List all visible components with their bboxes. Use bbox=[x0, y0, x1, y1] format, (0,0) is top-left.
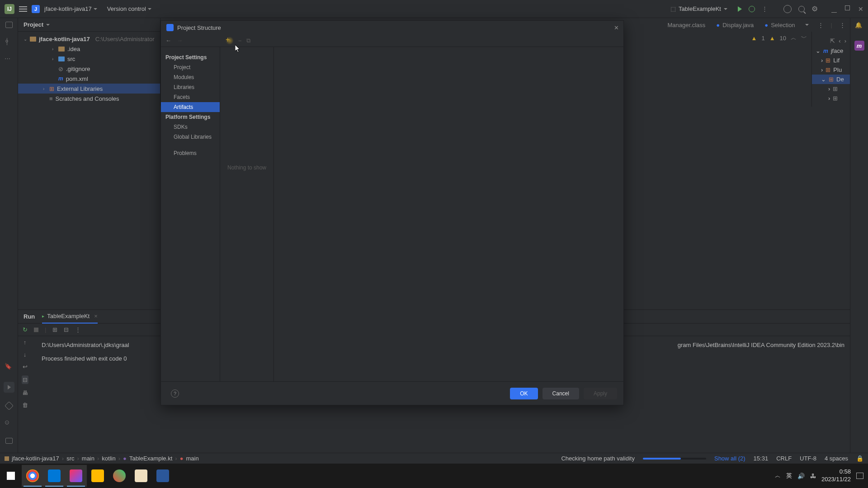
settings-icon[interactable]: ⚙ bbox=[811, 5, 818, 13]
cancel-button[interactable]: Cancel bbox=[542, 388, 579, 399]
sidebar-item-libraries[interactable]: Libraries bbox=[161, 82, 220, 92]
struct-item[interactable]: ›⊞ bbox=[812, 84, 850, 94]
close-icon[interactable]: ✕ bbox=[614, 24, 619, 31]
print-button[interactable]: 🖶 bbox=[22, 389, 28, 396]
taskbar-chrome[interactable] bbox=[22, 465, 43, 487]
taskbar-explorer[interactable] bbox=[87, 465, 108, 487]
project-tree[interactable]: ⌄ jface-kotlin-java17 C:\Users\Administr… bbox=[18, 32, 160, 106]
struct-item[interactable]: ›⊞Plu bbox=[812, 65, 850, 75]
progress-bar[interactable] bbox=[643, 458, 706, 460]
breadcrumb[interactable]: jface-kotlin-java17› src› main› kotlin› … bbox=[5, 455, 199, 462]
inspection-widget[interactable]: ▲1 ▲10 ︿ ﹀ bbox=[751, 34, 807, 42]
taskbar-app[interactable] bbox=[130, 465, 152, 487]
search-icon[interactable] bbox=[798, 6, 805, 12]
exit-button[interactable]: ⊟ bbox=[64, 326, 69, 333]
structure-tool-icon[interactable]: ⋯ bbox=[5, 55, 14, 64]
maximize-button[interactable] bbox=[845, 5, 850, 10]
up-icon[interactable]: ︿ bbox=[791, 34, 797, 42]
up-button[interactable]: ↑ bbox=[24, 339, 27, 346]
scroll-button[interactable]: ⊟ bbox=[22, 375, 28, 384]
taskbar-app[interactable] bbox=[152, 465, 174, 487]
run-button[interactable] bbox=[738, 6, 742, 12]
struct-item[interactable]: ›⊞Lif bbox=[812, 56, 850, 65]
sidebar-item-sdks[interactable]: SDKs bbox=[161, 122, 220, 132]
tree-item-scratches[interactable]: ≡Scratches and Consoles bbox=[18, 94, 160, 103]
struct-item[interactable]: ›⊞ bbox=[812, 94, 850, 103]
ok-button[interactable]: OK bbox=[510, 388, 538, 399]
editor-tab[interactable]: ●Selection bbox=[759, 18, 800, 32]
tree-item[interactable]: mpom.xml bbox=[18, 74, 160, 84]
indent-indicator[interactable]: 4 spaces bbox=[825, 455, 848, 462]
copy-button[interactable]: ⧉ bbox=[246, 37, 250, 44]
clear-button[interactable]: 🗑 bbox=[22, 402, 28, 408]
project-dropdown[interactable]: jface-kotlin-java17 bbox=[44, 5, 97, 12]
more-button[interactable]: ⋮ bbox=[75, 326, 81, 333]
wrap-button[interactable]: ↩ bbox=[23, 363, 28, 370]
sidebar-item-artifacts[interactable]: Artifacts bbox=[161, 102, 220, 112]
more-actions-button[interactable]: ⋮ bbox=[762, 5, 768, 12]
services-tool-icon[interactable] bbox=[5, 401, 14, 410]
tray-volume-icon[interactable]: 🔊 bbox=[797, 473, 805, 479]
sidebar-item-problems[interactable]: Problems bbox=[161, 148, 220, 158]
tree-item[interactable]: ⊘.gitignore bbox=[18, 64, 160, 74]
editor-tab[interactable]: Manager.class bbox=[662, 18, 711, 32]
help-button[interactable]: ? bbox=[171, 389, 179, 398]
stop-button[interactable] bbox=[34, 328, 38, 332]
sidebar-item-facets[interactable]: Facets bbox=[161, 92, 220, 102]
tree-root[interactable]: ⌄ jface-kotlin-java17 C:\Users\Administr… bbox=[18, 34, 160, 44]
chevron-down-icon[interactable] bbox=[805, 24, 809, 26]
next-icon[interactable]: › bbox=[844, 38, 846, 44]
add-artifact-button[interactable] bbox=[226, 37, 234, 45]
down-button[interactable]: ↓ bbox=[24, 351, 27, 358]
run-tool-icon[interactable] bbox=[4, 382, 14, 393]
taskbar-intellij[interactable] bbox=[65, 465, 87, 487]
line-sep-indicator[interactable]: CRLF bbox=[776, 455, 792, 462]
bookmark-tool-icon[interactable]: 🔖 bbox=[5, 363, 14, 372]
tray-ime-icon[interactable]: 英 bbox=[786, 472, 792, 480]
taskbar-vscode[interactable] bbox=[43, 465, 65, 487]
down-icon[interactable]: ﹀ bbox=[801, 34, 807, 42]
close-icon[interactable]: × bbox=[94, 313, 98, 319]
debug-button[interactable] bbox=[749, 6, 755, 12]
bg-task-label[interactable]: Checking home path validity bbox=[561, 455, 635, 462]
back-button[interactable]: ← bbox=[165, 37, 171, 44]
tray-network-icon[interactable]: 🖧 bbox=[810, 473, 816, 479]
readonly-icon[interactable]: 🔒 bbox=[856, 455, 863, 462]
struct-root[interactable]: ⌄mjface bbox=[812, 46, 850, 56]
run-tab-config[interactable]: ▸TableExampleKt × bbox=[42, 310, 98, 324]
commit-tool-icon[interactable] bbox=[7, 38, 11, 45]
show-all-link[interactable]: Show all (2) bbox=[714, 455, 745, 462]
expand-icon[interactable]: ⌄ bbox=[24, 37, 27, 42]
maven-tool-icon[interactable]: m bbox=[854, 41, 864, 51]
notifications-icon[interactable]: 🔔 bbox=[855, 22, 864, 31]
prev-icon[interactable]: ‹ bbox=[839, 38, 840, 44]
sidebar-item-project[interactable]: Project bbox=[161, 62, 220, 72]
tree-item-external-libs[interactable]: ›⊞External Libraries bbox=[18, 84, 160, 94]
tree-item[interactable]: ›.idea bbox=[18, 44, 160, 54]
tray-notifications-icon[interactable] bbox=[856, 473, 863, 479]
rerun-button[interactable]: ↻ bbox=[23, 326, 28, 333]
struct-item[interactable]: ⌄⊞De bbox=[812, 75, 850, 84]
editor-tab[interactable]: ●Display.java bbox=[711, 18, 759, 32]
more-tabs-button[interactable]: ⋮ bbox=[818, 22, 824, 28]
tray-expand-icon[interactable]: ︿ bbox=[775, 472, 781, 480]
main-menu-button[interactable] bbox=[19, 6, 27, 12]
vcs-dropdown[interactable]: Version control bbox=[107, 5, 151, 12]
taskbar-app[interactable] bbox=[108, 465, 130, 487]
minimize-button[interactable] bbox=[831, 9, 837, 13]
collapse-icon[interactable]: ⇱ bbox=[830, 38, 835, 44]
tree-item[interactable]: ›src bbox=[18, 54, 160, 64]
start-button[interactable] bbox=[0, 465, 22, 487]
chevron-down-icon[interactable] bbox=[46, 24, 50, 26]
layout-button[interactable]: ⊞ bbox=[52, 326, 57, 333]
sidebar-item-global-libs[interactable]: Global Libraries bbox=[161, 132, 220, 142]
project-tool-icon[interactable] bbox=[5, 22, 13, 28]
build-tool-icon[interactable]: ⊙ bbox=[5, 419, 14, 428]
terminal-tool-icon[interactable] bbox=[5, 438, 13, 444]
tray-clock[interactable]: 0:58 2023/11/22 bbox=[821, 468, 851, 483]
run-config-selector[interactable]: ⬚TableExampleKt bbox=[667, 4, 731, 14]
code-with-me-icon[interactable] bbox=[783, 5, 792, 13]
close-button[interactable]: ✕ bbox=[858, 5, 863, 13]
remove-button[interactable]: − bbox=[238, 38, 242, 44]
run-tab-run[interactable]: Run bbox=[24, 310, 35, 324]
